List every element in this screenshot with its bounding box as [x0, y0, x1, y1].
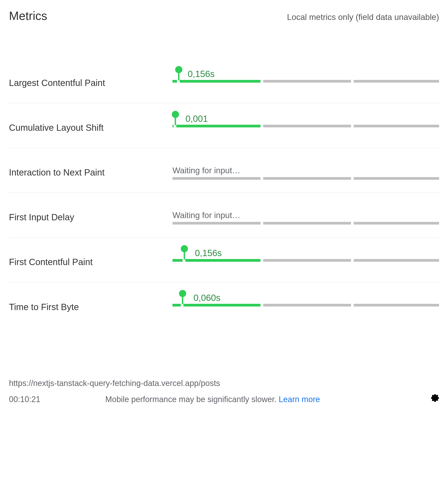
metric-track — [173, 222, 439, 225]
metric-segment-mid — [263, 80, 351, 83]
mobile-warning: Mobile performance may be significantly … — [105, 395, 431, 404]
metric-segment — [263, 222, 351, 225]
metric-segment — [354, 222, 439, 225]
mobile-warning-text: Mobile performance may be significantly … — [105, 395, 279, 404]
metric-segment — [173, 177, 260, 180]
metric-segment — [263, 177, 351, 180]
metric-segment — [173, 222, 260, 225]
metric-segment-lead — [173, 259, 183, 262]
metric-segment — [354, 177, 439, 180]
metric-chart: Waiting for input… — [173, 151, 439, 189]
metric-row[interactable]: First Contentful Paint0,156s — [9, 238, 439, 282]
metric-track — [173, 125, 439, 127]
metric-track — [173, 177, 439, 180]
learn-more-link[interactable]: Learn more — [279, 395, 320, 404]
metric-segment-good — [183, 304, 260, 306]
metric-row[interactable]: Time to First Byte0,060s — [9, 282, 439, 327]
metric-segment-good — [180, 80, 260, 83]
metric-marker — [182, 295, 183, 304]
metric-track — [173, 259, 439, 262]
metric-segment-poor — [354, 80, 439, 83]
metric-segment-poor — [354, 259, 439, 262]
metric-label: Interaction to Next Paint — [9, 163, 173, 177]
metric-value: 0,060s — [194, 293, 220, 303]
metric-marker — [178, 71, 180, 80]
metric-label: Cumulative Layout Shift — [9, 118, 173, 133]
settings-button[interactable] — [431, 394, 439, 404]
metric-segment-lead — [173, 304, 181, 306]
metric-track — [173, 304, 439, 306]
metric-value: 0,156s — [195, 248, 222, 258]
metric-chart: Waiting for input… — [173, 196, 439, 234]
metric-label: Time to First Byte — [9, 297, 173, 312]
metric-chart: 0,156s — [173, 62, 439, 100]
page-title: Metrics — [9, 9, 47, 23]
metrics-list: Largest Contentful Paint0,156sCumulative… — [9, 58, 439, 327]
footer: https://nextjs-tanstack-query-fetching-d… — [9, 379, 439, 404]
metric-row[interactable]: Interaction to Next PaintWaiting for inp… — [9, 148, 439, 193]
metric-segment-poor — [354, 304, 439, 306]
metric-segment-mid — [263, 304, 351, 306]
current-url: https://nextjs-tanstack-query-fetching-d… — [9, 379, 439, 388]
metric-segment-mid — [263, 125, 351, 127]
metrics-subtitle: Local metrics only (field data unavailab… — [287, 13, 439, 22]
metric-chart: 0,156s — [173, 241, 439, 279]
gear-icon — [431, 394, 439, 402]
metric-segment-lead — [173, 80, 177, 83]
metric-label: Largest Contentful Paint — [9, 73, 173, 88]
metric-segment-good — [176, 125, 260, 127]
metric-marker — [184, 250, 185, 260]
metric-track — [173, 80, 439, 83]
metric-segment-poor — [354, 125, 439, 127]
metric-segment-mid — [263, 259, 351, 262]
metric-waiting-text: Waiting for input… — [173, 211, 439, 220]
metric-segment-good — [185, 259, 260, 262]
metric-label: First Input Delay — [9, 208, 173, 222]
metric-row[interactable]: First Input DelayWaiting for input… — [9, 193, 439, 238]
metric-chart: 0,001 — [173, 106, 439, 145]
metric-marker — [175, 116, 176, 125]
metrics-header: Metrics Local metrics only (field data u… — [9, 9, 439, 23]
elapsed-time: 00:10:21 — [9, 395, 105, 404]
metric-chart: 0,060s — [173, 285, 439, 324]
metric-waiting-text: Waiting for input… — [173, 166, 439, 175]
metric-label: First Contentful Paint — [9, 253, 173, 267]
metric-row[interactable]: Largest Contentful Paint0,156s — [9, 58, 439, 103]
metric-value: 0,001 — [186, 114, 208, 124]
metric-value: 0,156s — [188, 69, 215, 79]
metric-row[interactable]: Cumulative Layout Shift0,001 — [9, 103, 439, 148]
metric-segment-lead — [173, 125, 173, 127]
